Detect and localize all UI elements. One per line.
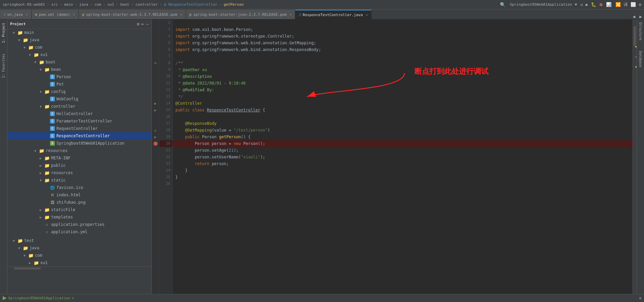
- breadcrumb-boot[interactable]: boot: [120, 2, 129, 7]
- breadcrumb-class[interactable]: ⚙ ResponceTestController: [164, 2, 217, 7]
- tab-responce-controller[interactable]: J ResponceTestController.java ×: [295, 10, 371, 19]
- sidebar-close-icon[interactable]: —: [146, 21, 149, 27]
- tree-item-requestcontroller[interactable]: C RequestController: [7, 125, 152, 132]
- linenum-25: 25: [159, 174, 172, 181]
- breadcrumb-xu1[interactable]: xu1: [108, 2, 114, 7]
- tree-item-static[interactable]: ▼ 📁 static: [7, 177, 152, 184]
- tree-item-pet[interactable]: C Pet: [7, 81, 152, 88]
- tree-item-responce[interactable]: C ResponceTestController: [7, 132, 152, 140]
- tab-overflow-right[interactable]: ▶: [637, 14, 644, 19]
- tree-item-appyml[interactable]: ⚙ application.yml: [7, 228, 152, 236]
- tab-close-starter-json[interactable]: ×: [290, 13, 292, 16]
- toolbar-debug[interactable]: 🐛: [591, 2, 596, 7]
- toolbar-translate[interactable]: 译: [624, 2, 628, 8]
- toolbar-vcs[interactable]: 🔀: [615, 2, 621, 7]
- tree-item-test-java[interactable]: ▼ 📁 java: [7, 244, 152, 252]
- tree-item-xu1[interactable]: ▼ 📁 xu1: [7, 51, 152, 58]
- code-line-20: Person person = new Person();: [173, 140, 633, 147]
- sidebar-settings-icon[interactable]: ⚙: [137, 21, 140, 27]
- tree-item-hellocontroller[interactable]: C HelloController: [7, 110, 152, 117]
- tab-close-on-java[interactable]: ×: [26, 13, 28, 16]
- gutter-run-15[interactable]: ▶: [154, 108, 157, 112]
- toolbar-build[interactable]: ▶: [586, 2, 588, 7]
- arrow-main: ▼: [13, 31, 17, 35]
- code-lines[interactable]: import com.xu1.boot.bean.Person; import …: [173, 19, 633, 294]
- tab-pom-xml[interactable]: m pom.xml (demo) ×: [32, 10, 79, 19]
- scrollbar-thumb[interactable]: [634, 26, 636, 46]
- tree-item-resources2[interactable]: ▶ 📁 resources: [7, 169, 152, 177]
- tree-item-com[interactable]: ▼ 📁 com: [7, 44, 152, 51]
- tree-item-staticfile[interactable]: ▶ 📁 staticFile: [7, 206, 152, 213]
- tree-item-zhifubao[interactable]: 🖼 zhifubao.png: [7, 199, 152, 206]
- tree-item-test[interactable]: ▼ 📁 test: [7, 237, 152, 244]
- tree-item-springboot05app[interactable]: S Springboot05Web01Application: [7, 140, 152, 147]
- tree-label-config: config: [51, 89, 66, 94]
- tree-item-boot[interactable]: ▼ 📁 boot: [7, 58, 152, 66]
- left-tab-favorites[interactable]: 2: Favorites: [1, 52, 6, 80]
- toolbar-refresh[interactable]: ↺: [581, 2, 583, 7]
- status-gear-icon[interactable]: ⚙: [639, 296, 641, 300]
- sidebar-scrollbar[interactable]: [7, 266, 152, 270]
- tab-close-starter-web[interactable]: ×: [180, 13, 182, 16]
- editor-scrollbar[interactable]: [633, 19, 637, 294]
- tab-starter-json[interactable]: p spring-boot-starter-json-2.3.7.RELEASE…: [186, 10, 296, 19]
- class-icon-request: C: [50, 126, 55, 131]
- arrow-test-java: ▼: [18, 246, 23, 250]
- breadcrumb-src[interactable]: src: [51, 2, 58, 7]
- breadcrumb-project[interactable]: springboot-05-web01: [3, 2, 45, 7]
- toolbar-coverage[interactable]: 📊: [606, 2, 611, 7]
- right-tab-database[interactable]: Database: [638, 50, 643, 68]
- breadcrumb-controller[interactable]: controller: [135, 2, 158, 7]
- tree-item-public[interactable]: ▶ 📁 public: [7, 162, 152, 169]
- left-tab-project[interactable]: 1: Project: [1, 21, 6, 45]
- tree-item-java[interactable]: ▼ 📁 java: [7, 36, 152, 44]
- tree-label-test-xu1: xu1: [40, 260, 48, 265]
- tree-item-controller[interactable]: ▼ 📁 controller: [7, 103, 152, 110]
- top-toolbar-search[interactable]: 🔍: [500, 2, 506, 7]
- run-config-dropdown[interactable]: ▼: [575, 2, 577, 7]
- right-tab-structure[interactable]: Structure: [638, 21, 643, 42]
- tree-item-test-com[interactable]: ▼ 📁 com: [7, 252, 152, 259]
- breadcrumb-main[interactable]: main: [64, 2, 73, 7]
- tree-item-favicon[interactable]: 🌐 favicon.ico: [7, 184, 152, 191]
- breakpoint-dot-20[interactable]: [154, 142, 158, 146]
- tree-item-metainf[interactable]: ▶ 📁 META-INF: [7, 154, 152, 162]
- run-button[interactable]: Springboot05Web01Application ×: [3, 296, 74, 300]
- tab-overflow-left[interactable]: ◀: [631, 14, 637, 19]
- linenum-15: 15: [159, 107, 172, 113]
- tree-item-test-xu1[interactable]: ▶ 📁 xu1: [7, 259, 152, 266]
- tree-item-indexhtml[interactable]: H index.html: [7, 191, 152, 199]
- toolbar-settings[interactable]: ⚙: [639, 2, 641, 7]
- tab-close-responce[interactable]: ×: [366, 13, 368, 17]
- breadcrumb-java[interactable]: java: [79, 2, 88, 7]
- tree-item-main[interactable]: ▼ 📁 main: [7, 29, 152, 36]
- scrollbar-marker-breakpoint: [635, 56, 637, 57]
- tree-item-person[interactable]: C Person: [7, 73, 152, 81]
- folder-icon-com: 📁: [28, 45, 34, 50]
- gutter-run-19[interactable]: ▶: [154, 135, 157, 139]
- toolbar-maximize[interactable]: ⬜: [631, 2, 636, 7]
- tab-close-pom-xml[interactable]: ×: [73, 13, 75, 16]
- tree-item-appprops[interactable]: ⚙ application.properties: [7, 221, 152, 228]
- tree-item-config[interactable]: ▼ 📁 config: [7, 88, 152, 95]
- tree-label-favicon: favicon.ico: [56, 185, 83, 190]
- tree-item-templates[interactable]: ▶ 📁 templates: [7, 213, 152, 221]
- breadcrumb-com[interactable]: com: [94, 2, 101, 7]
- sidebar-collapse-icon[interactable]: ⇤: [141, 21, 144, 27]
- breadcrumb-method[interactable]: getPerson: [224, 2, 244, 7]
- editor-area: ⊖ ▶ ▶ ⚠ ▶: [152, 19, 637, 294]
- tree-item-bean[interactable]: ▼ 📁 bean: [7, 66, 152, 73]
- tree-label-xu1: xu1: [40, 52, 48, 57]
- tab-starter-web[interactable]: p spring-boot-starter-web-2.3.7.RELEASE.…: [79, 10, 186, 19]
- linenum-6: 6: [159, 46, 172, 53]
- toolbar-stop[interactable]: ⏹: [599, 2, 603, 7]
- tree-item-resources[interactable]: ▼ 📁 resources: [7, 147, 152, 154]
- code-line-23: return person;: [173, 160, 633, 167]
- gutter-run-14[interactable]: ▶: [154, 101, 157, 106]
- run-close-icon[interactable]: ×: [72, 296, 74, 300]
- sidebar-scroll-thumb[interactable]: [14, 267, 41, 269]
- tree-item-parametertest[interactable]: C ParameterTestController: [7, 117, 152, 125]
- gutter-fold-8[interactable]: ⊖: [154, 61, 157, 65]
- tab-on-java[interactable]: J on.java ×: [0, 10, 32, 19]
- tree-item-webconfig[interactable]: C WebConfig: [7, 95, 152, 103]
